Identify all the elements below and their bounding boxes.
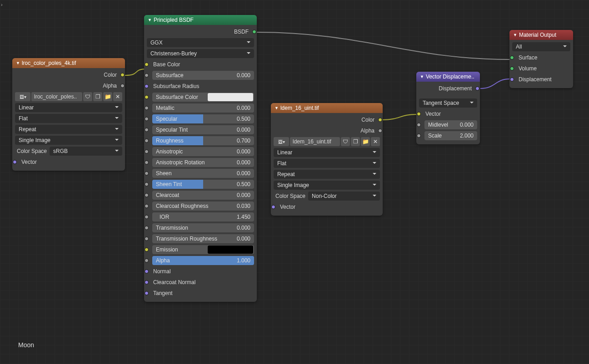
- socket-vector-in[interactable]: [271, 205, 275, 209]
- socket-clearcoat[interactable]: [145, 193, 149, 197]
- sss-color-field[interactable]: Subsurface Color: [152, 93, 254, 102]
- extension-select[interactable]: Repeat: [274, 170, 380, 179]
- unlink-image-button[interactable]: ✕: [113, 92, 122, 101]
- transmission-field[interactable]: Transmission0.000: [152, 223, 254, 232]
- socket-volume[interactable]: [510, 67, 514, 71]
- node-vector-displacement[interactable]: ▼ Vector Displaceme.. Displacement Tange…: [416, 72, 480, 144]
- midlevel-field[interactable]: Midlevel0.000: [424, 120, 477, 129]
- socket-alpha-out[interactable]: [120, 84, 125, 88]
- source-select[interactable]: Single Image: [274, 181, 380, 190]
- socket-disp-out[interactable]: [475, 87, 479, 91]
- socket-scale[interactable]: [417, 134, 421, 138]
- image-browse-button[interactable]: 🖼▾: [15, 92, 30, 101]
- socket-color-out[interactable]: [120, 73, 125, 77]
- collapse-icon[interactable]: ▼: [16, 58, 20, 68]
- socket-transmission[interactable]: [145, 226, 149, 230]
- anisorot-field[interactable]: Anisotropic Rotation0.000: [152, 158, 254, 167]
- socket-emission[interactable]: [145, 248, 149, 252]
- node-header[interactable]: ▼ Material Output: [509, 30, 573, 40]
- fake-user-button[interactable]: 🛡: [341, 137, 350, 146]
- new-image-button[interactable]: ❐: [351, 137, 360, 146]
- socket-tangent[interactable]: [145, 291, 149, 295]
- sss-method-select[interactable]: Christensen-Burley: [147, 49, 254, 58]
- projection-select[interactable]: Flat: [15, 114, 122, 123]
- socket-bsdf-out[interactable]: [252, 30, 256, 34]
- socket-surface[interactable]: [510, 56, 514, 60]
- metallic-field[interactable]: Metallic0.000: [152, 103, 254, 113]
- node-image-texture-color[interactable]: ▼ lroc_color_poles_4k.tif Color Alpha 🖼▾…: [12, 58, 125, 171]
- node-header[interactable]: ▼ lroc_color_poles_4k.tif: [12, 58, 125, 68]
- socket-sss-color[interactable]: [145, 95, 149, 99]
- node-header[interactable]: ▼ Principled BSDF: [144, 15, 257, 25]
- socket-sheen[interactable]: [145, 172, 149, 176]
- open-image-button[interactable]: 📁: [361, 137, 370, 146]
- node-image-texture-height[interactable]: ▼ ldem_16_uint.tif Color Alpha 🖼▾ ldem_1…: [271, 103, 383, 216]
- ior-field[interactable]: IOR1.450: [152, 212, 254, 221]
- socket-sheentint[interactable]: [145, 182, 149, 187]
- emission-swatch[interactable]: [208, 246, 253, 254]
- scale-field[interactable]: Scale2.000: [424, 131, 477, 140]
- fake-user-button[interactable]: 🛡: [83, 92, 92, 101]
- spectint-field[interactable]: Specular Tint0.000: [152, 125, 254, 134]
- projection-select[interactable]: Flat: [274, 159, 380, 168]
- node-principled-bsdf[interactable]: ▼ Principled BSDF BSDF GGX Christensen-B…: [144, 15, 257, 302]
- socket-roughness[interactable]: [145, 139, 149, 143]
- socket-aniso[interactable]: [145, 150, 149, 154]
- socket-ior[interactable]: [145, 215, 149, 219]
- node-header[interactable]: ▼ Vector Displaceme..: [416, 72, 480, 82]
- socket-ccnormal[interactable]: [145, 280, 149, 285]
- sheen-field[interactable]: Sheen0.000: [152, 169, 254, 178]
- socket-metallic[interactable]: [145, 106, 149, 110]
- socket-alpha[interactable]: [145, 259, 149, 263]
- image-name-field[interactable]: ldem_16_uint.tif: [290, 137, 340, 146]
- socket-displacement[interactable]: [510, 78, 514, 82]
- specular-field[interactable]: Specular0.500: [152, 114, 254, 123]
- unlink-image-button[interactable]: ✕: [371, 137, 380, 146]
- socket-sss-radius[interactable]: [145, 84, 149, 89]
- socket-specular[interactable]: [145, 117, 149, 121]
- roughness-field[interactable]: Roughness0.700: [152, 136, 254, 145]
- socket-anisorot[interactable]: [145, 161, 149, 165]
- sheentint-field[interactable]: Sheen Tint0.500: [152, 180, 254, 189]
- socket-transrough[interactable]: [145, 237, 149, 241]
- socket-subsurface[interactable]: [145, 74, 149, 78]
- colorspace-select[interactable]: sRGB: [50, 147, 122, 156]
- socket-midlevel[interactable]: [417, 123, 421, 127]
- subsurface-field[interactable]: Subsurface0.000: [152, 71, 254, 80]
- interpolation-select[interactable]: Linear: [15, 103, 122, 112]
- alpha-field[interactable]: Alpha1.000: [152, 256, 254, 265]
- source-select[interactable]: Single Image: [15, 136, 122, 145]
- socket-basecolor[interactable]: [145, 63, 149, 67]
- socket-normal[interactable]: [145, 270, 149, 274]
- socket-alpha-out[interactable]: [378, 129, 382, 133]
- image-name-field[interactable]: lroc_color_poles..: [31, 92, 82, 101]
- emission-field[interactable]: Emission: [152, 245, 254, 254]
- space-select[interactable]: Tangent Space: [419, 98, 477, 108]
- collapse-icon[interactable]: ▼: [420, 72, 424, 82]
- new-image-button[interactable]: ❐: [93, 92, 102, 101]
- collapse-icon[interactable]: ▼: [148, 15, 152, 25]
- socket-vector-in[interactable]: [417, 112, 421, 116]
- distribution-select[interactable]: GGX: [147, 38, 254, 47]
- open-image-button[interactable]: 📁: [103, 92, 112, 101]
- image-browse-button[interactable]: 🖼▾: [274, 137, 289, 146]
- interpolation-select[interactable]: Linear: [274, 148, 380, 157]
- panel-expand-icon[interactable]: ›: [1, 2, 3, 7]
- target-select[interactable]: All: [512, 42, 570, 51]
- node-material-output[interactable]: ▼ Material Output All Surface Volume Dis…: [509, 30, 573, 88]
- clearcoat-field[interactable]: Clearcoat0.000: [152, 191, 254, 200]
- extension-select[interactable]: Repeat: [15, 125, 122, 134]
- collapse-icon[interactable]: ▼: [513, 30, 517, 40]
- colorspace-label: Color Space: [15, 148, 47, 154]
- collapse-icon[interactable]: ▼: [275, 103, 279, 113]
- colorspace-select[interactable]: Non-Color: [308, 192, 380, 201]
- sss-color-swatch[interactable]: [208, 93, 253, 101]
- aniso-field[interactable]: Anisotropic0.000: [152, 147, 254, 156]
- socket-color-out[interactable]: [378, 118, 382, 122]
- socket-ccrough[interactable]: [145, 204, 149, 208]
- transrough-field[interactable]: Transmission Roughness0.000: [152, 234, 254, 243]
- socket-vector-in[interactable]: [13, 160, 17, 164]
- node-header[interactable]: ▼ ldem_16_uint.tif: [271, 103, 383, 113]
- ccrough-field[interactable]: Clearcoat Roughness0.030: [152, 202, 254, 211]
- socket-spectint[interactable]: [145, 128, 149, 132]
